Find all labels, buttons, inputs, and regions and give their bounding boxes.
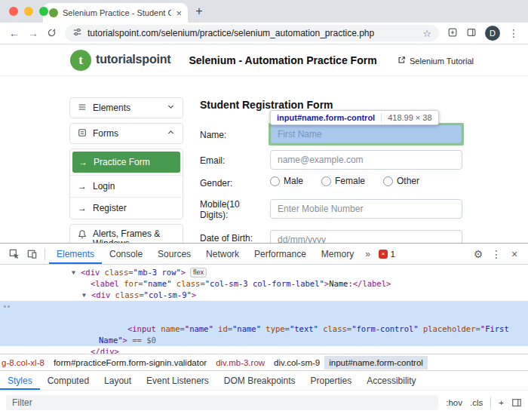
breadcrumb-item[interactable]: g-8.col-xl-8 — [0, 356, 49, 369]
bookmark-star-icon[interactable]: ☆ — [422, 29, 431, 38]
tooltip-divider — [381, 113, 382, 122]
gender-radio-female[interactable] — [321, 176, 331, 186]
tab-close-icon[interactable]: × — [176, 8, 182, 18]
toggle-element-state-button[interactable]: :hov — [446, 395, 462, 410]
bell-icon — [78, 229, 87, 242]
dom-breadcrumbs: g-8.col-xl-8 form#practiceForm.form-sign… — [0, 354, 528, 370]
devtools-settings-icon[interactable]: ⚙ — [469, 245, 487, 263]
styles-pane-tabs: Styles Computed Layout Event Listeners D… — [0, 370, 528, 390]
devtools-close-icon[interactable]: × — [505, 245, 523, 263]
tab-properties[interactable]: Properties — [303, 371, 360, 390]
devtools-menu-icon[interactable]: ⋮ — [487, 245, 505, 263]
inspect-tooltip-selector: input#name.form-control — [277, 113, 375, 122]
browser-window: Selenium Practice - Student C × + ← → tu… — [0, 0, 528, 420]
tree-node-col-div[interactable]: ▼<div class="col-sm-9"> — [0, 290, 528, 301]
arrow-right-icon: → — [78, 203, 87, 213]
arrow-right-icon: → — [78, 157, 87, 167]
devtools-tab-console[interactable]: Console — [102, 244, 150, 264]
line-gutter-marker — [4, 305, 6, 308]
name-label: Name: — [200, 130, 226, 140]
chevron-up-icon — [167, 128, 175, 139]
breadcrumb-item[interactable]: form#practiceForm.form-signin.validator — [49, 356, 211, 369]
gender-radio-male[interactable] — [270, 176, 280, 186]
more-tabs-icon[interactable]: » — [361, 249, 374, 259]
close-window-button[interactable] — [9, 7, 18, 16]
styles-panel-icon[interactable] — [511, 397, 522, 411]
tree-node-close-col-div[interactable]: </div> — [0, 346, 528, 354]
zoom-window-button[interactable] — [39, 7, 48, 16]
back-icon[interactable]: ← — [9, 28, 20, 38]
tab-event-listeners[interactable]: Event Listeners — [139, 371, 216, 390]
devtools-tab-network[interactable]: Network — [198, 244, 247, 264]
sidebar-item-practice-form[interactable]: → Practice Form — [72, 152, 180, 173]
side-panel-icon[interactable] — [466, 27, 477, 39]
error-counter[interactable]: × 1 — [374, 250, 400, 259]
sidebar-item-elements[interactable]: Elements — [69, 97, 183, 118]
email-input[interactable] — [270, 150, 462, 170]
toolbar-divider — [45, 248, 45, 260]
brand-wordmark: tutorialspoint — [96, 53, 170, 66]
devtools-panel: Elements Console Sources Network Perform… — [0, 243, 528, 420]
name-input[interactable] — [270, 124, 462, 144]
site-settings-icon[interactable] — [72, 26, 82, 40]
device-toolbar-icon[interactable] — [23, 245, 41, 263]
page-title: Selenium - Automation Practice Form — [173, 54, 392, 66]
elements-icon — [78, 103, 87, 114]
sidebar-item-login[interactable]: → Login — [70, 175, 183, 197]
tab-strip: Selenium Practice - Student C × + — [0, 0, 528, 23]
name-field-wrap — [270, 124, 462, 144]
devtools-tab-memory[interactable]: Memory — [314, 244, 361, 264]
tree-node-row-div[interactable]: ▼<div class="mb-3 row">flex — [0, 267, 528, 278]
devtools-tab-sources[interactable]: Sources — [150, 244, 198, 264]
devtools-toolbar: Elements Console Sources Network Perform… — [0, 244, 528, 265]
sidebar-item-register[interactable]: → Register — [70, 197, 183, 219]
new-tab-button[interactable]: + — [189, 2, 209, 21]
dob-input[interactable] — [270, 230, 462, 243]
breadcrumb-item[interactable]: div.col-sm-9 — [269, 356, 324, 369]
gender-radio-other[interactable] — [383, 176, 393, 186]
tutorialspoint-logo[interactable]: t — [70, 50, 91, 71]
inspect-element-icon[interactable] — [5, 245, 23, 263]
tab-layout[interactable]: Layout — [97, 371, 139, 390]
devtools-tab-performance[interactable]: Performance — [247, 244, 314, 264]
tab-accessibility[interactable]: Accessibility — [359, 371, 423, 390]
tree-node-label[interactable]: <label for="name" class="col-sm-3 col-fo… — [0, 278, 528, 290]
arrow-right-icon: → — [78, 181, 87, 192]
error-count: 1 — [391, 250, 395, 259]
browser-toolbar: ← → tutorialspoint.com/selenium/practice… — [0, 23, 528, 44]
sidebar: Elements Forms → Practice Form — [69, 97, 183, 243]
window-controls — [9, 7, 48, 16]
address-bar[interactable]: tutorialspoint.com/selenium/practice/sel… — [65, 25, 439, 41]
tab-computed[interactable]: Computed — [40, 371, 97, 390]
tree-node-input-selected-wrap[interactable]: Name"> == $0 — [0, 335, 528, 346]
new-style-rule-button[interactable]: + — [499, 395, 504, 410]
browser-tab[interactable]: Selenium Practice - Student C × — [43, 3, 188, 23]
styles-filter-bar: :hov .cls + — [0, 390, 528, 420]
forward-icon[interactable]: → — [28, 28, 38, 38]
form-heading: Student Registration Form — [200, 99, 333, 111]
devtools-tab-elements[interactable]: Elements — [49, 244, 102, 264]
element-classes-button[interactable]: .cls — [470, 395, 483, 410]
sidebar-item-alerts-frames-windows[interactable]: Alerts, Frames & Windows — [69, 224, 183, 243]
gender-radio-group: Male Female Other — [270, 176, 419, 186]
breadcrumb-item-selected[interactable]: input#name.form-control — [324, 356, 428, 369]
breadcrumb-item[interactable]: div.mb-3.row — [211, 356, 269, 369]
email-label: Email: — [200, 155, 225, 166]
profile-avatar[interactable]: D — [485, 26, 500, 41]
tab-title: Selenium Practice - Student C — [63, 8, 171, 17]
tab-dom-breakpoints[interactable]: DOM Breakpoints — [216, 371, 303, 390]
selenium-tutorial-link[interactable]: Selenium Tutorial — [398, 56, 474, 66]
mobile-input[interactable] — [270, 199, 462, 219]
inspect-tooltip: input#name.form-control 418.99 × 38 — [270, 110, 439, 125]
extensions-icon[interactable] — [447, 27, 458, 39]
sidebar-item-forms[interactable]: Forms — [69, 123, 183, 144]
gender-option-other: Other — [383, 176, 419, 186]
url-text[interactable]: tutorialspoint.com/selenium/practice/sel… — [87, 28, 417, 38]
minimize-window-button[interactable] — [24, 7, 33, 16]
tree-node-input-selected[interactable]: <input name="name" id="name" type="text"… — [0, 301, 528, 335]
styles-filter-input[interactable] — [6, 395, 438, 410]
tab-styles[interactable]: Styles — [0, 371, 40, 390]
external-link-icon — [398, 56, 406, 66]
browser-menu-icon[interactable]: ⋮ — [508, 28, 519, 38]
reload-icon[interactable] — [47, 28, 57, 39]
